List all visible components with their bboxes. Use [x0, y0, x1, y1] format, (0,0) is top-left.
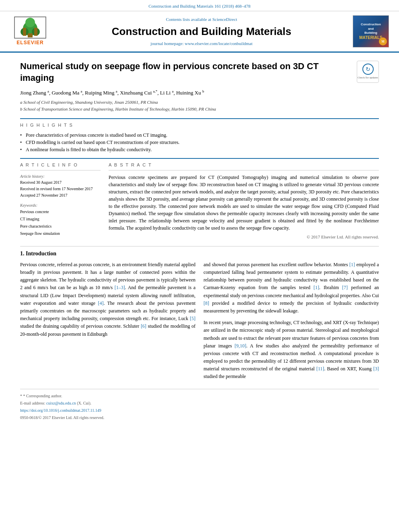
article-history: Article history: Received 30 August 2017…	[20, 174, 101, 199]
corresponding-label: * Corresponding author.	[23, 394, 62, 398]
svg-rect-6	[34, 28, 37, 36]
journal-homepage: journal homepage: www.elsevier.com/locat…	[150, 41, 252, 47]
intro-divider	[20, 246, 379, 246]
ref-8[interactable]: [8]	[204, 300, 209, 306]
journal-header: ELSEVIER Contents lists available at Sci…	[0, 11, 399, 53]
sciencedirect-link[interactable]: ScienceDirect	[212, 17, 237, 22]
issn-line: 0950-0618/© 2017 Elsevier Ltd. All right…	[20, 415, 379, 421]
email-note: E-mail address: cuixz@sdu.edu.cn (X. Cui…	[20, 401, 379, 406]
ref-5[interactable]: [5]	[190, 316, 195, 321]
elsevier-brand-label: ELSEVIER	[16, 39, 43, 46]
keyword-1: Pervious concrete	[20, 208, 101, 216]
highlight-item-2: CFD modelling is carried out based upon …	[20, 139, 379, 146]
corresponding-star: *	[20, 394, 23, 398]
ref-9-10[interactable]: [9,10]	[234, 343, 246, 349]
top-bar: Construction and Building Materials 161 …	[0, 0, 399, 11]
intro-text-col2: and showed that porous pavement has exce…	[204, 261, 379, 315]
keyword-4: Seepage flow simulation	[20, 230, 101, 237]
abstract-text: Pervious concrete specimens are prepared…	[109, 174, 379, 232]
affiliation-b: b School of Transportation Science and E…	[20, 106, 379, 113]
abstract-column: A B S T R A C T Pervious concrete specim…	[109, 162, 379, 240]
email-label: E-mail address:	[20, 401, 45, 405]
intro-text-col1: Pervious concrete, referred as porous co…	[20, 261, 195, 338]
highlights-list: Pore characteristics of pervious concret…	[20, 131, 379, 153]
journal-cover-area: Construction and Building MATERIALS M	[351, 15, 391, 47]
authors-line: Jiong Zhang a, Guodong Ma a, Ruiping Min…	[20, 89, 379, 97]
history-label: Article history:	[20, 174, 101, 179]
elsevier-tree-icon	[14, 16, 46, 39]
article-title-section: Numerical study on seepage flow in pervi…	[20, 61, 379, 84]
article-title: Numerical study on seepage flow in pervi…	[20, 61, 351, 84]
corresponding-author-note: * * Corresponding author.	[20, 393, 379, 399]
ref-7[interactable]: [7]	[342, 285, 348, 290]
check-updates-badge: ↻ Check for updates	[357, 61, 379, 83]
check-updates-label: Check for updates	[358, 76, 378, 80]
elsevier-logo: ELSEVIER	[14, 16, 46, 46]
intro-text-col2-para2: In recent years, image processing techno…	[204, 319, 379, 381]
article-footer: * * Corresponding author. E-mail address…	[20, 389, 379, 421]
journal-cover-image: Construction and Building MATERIALS M	[353, 15, 389, 47]
contents-available-line: Contents lists available at ScienceDirec…	[166, 16, 237, 23]
affiliation-a: a School of Civil Engineering, Shandong …	[20, 99, 379, 106]
ref-4[interactable]: [4]	[98, 300, 103, 306]
homepage-url[interactable]: www.elsevier.com/locate/conbuildmat	[185, 41, 253, 46]
ref-1-ck[interactable]: [1]	[314, 285, 319, 290]
body-col-right: and showed that porous pavement has exce…	[204, 261, 379, 381]
article-info-column: A R T I C L E I N F O Article history: R…	[20, 162, 101, 240]
homepage-label: journal homepage:	[150, 41, 183, 46]
svg-rect-7	[28, 33, 33, 37]
main-content: Numerical study on seepage flow in pervi…	[0, 53, 399, 430]
journal-title: Construction and Building Materials	[112, 24, 291, 39]
ref-3-kuang[interactable]: [3]	[373, 366, 379, 372]
check-updates-icon: ↻	[362, 64, 374, 75]
email-address[interactable]: cuixz@sdu.edu.cn	[46, 401, 76, 405]
doi-line: https://doi.org/10.1016/j.conbuildmat.20…	[20, 408, 379, 413]
contents-label: Contents lists available at	[166, 17, 211, 22]
keywords-label: Keywords:	[20, 203, 101, 208]
body-two-column: Pervious concrete, referred as porous co…	[20, 261, 379, 381]
abstract-header: A B S T R A C T	[109, 162, 379, 170]
highlight-item-1: Pore characteristics of pervious concret…	[20, 131, 379, 139]
email-person: (X. Cui).	[77, 401, 91, 405]
affiliations: a School of Civil Engineering, Shandong …	[20, 99, 379, 112]
received-revised: Received in revised form 17 November 201…	[20, 186, 101, 192]
highlight-item-3: A nonlinear formula is fitted to obtain …	[20, 146, 379, 153]
keyword-3: Pore characteristics	[20, 223, 101, 230]
keywords-section: Keywords: Pervious concrete CT imaging P…	[20, 203, 101, 237]
article-info-header: A R T I C L E I N F O	[20, 162, 101, 170]
cover-title-text: Construction and Building MATERIALS	[359, 23, 383, 40]
svg-point-4	[25, 18, 35, 27]
page: Construction and Building Materials 161 …	[0, 0, 399, 532]
journal-citation: Construction and Building Materials 161 …	[148, 4, 251, 8]
copyright-line: © 2017 Elsevier Ltd. All rights reserved…	[109, 234, 379, 240]
received-original: Received 30 August 2017	[20, 179, 101, 186]
highlights-header: H I G H L I G H T S	[20, 122, 379, 128]
accepted-date: Accepted 27 November 2017	[20, 192, 101, 199]
body-col-left: Pervious concrete, referred as porous co…	[20, 261, 195, 381]
highlights-divider-top	[20, 118, 379, 119]
elsevier-logo-area: ELSEVIER	[8, 15, 52, 47]
cover-accent-badge: M	[379, 37, 387, 45]
svg-rect-5	[23, 28, 26, 36]
highlights-divider-bottom	[20, 158, 379, 159]
keywords-list: Pervious concrete CT imaging Pore charac…	[20, 208, 101, 237]
doi-link[interactable]: https://doi.org/10.1016/j.conbuildmat.20…	[20, 408, 101, 413]
ref-6[interactable]: [6]	[141, 323, 146, 329]
journal-header-center: Contents lists available at ScienceDirec…	[56, 15, 347, 47]
article-info-abstract-section: A R T I C L E I N F O Article history: R…	[20, 162, 379, 240]
introduction-title: 1. Introduction	[20, 250, 379, 258]
keyword-2: CT imaging	[20, 216, 101, 223]
issn-text: 0950-0618/© 2017 Elsevier Ltd. All right…	[20, 415, 104, 420]
ref-1-montes[interactable]: [1]	[350, 262, 355, 267]
ref-1-3[interactable]: [1–3]	[115, 285, 125, 290]
received-date: Received 30 August 2017 Received in revi…	[20, 179, 101, 199]
ref-11[interactable]: [11]	[316, 366, 324, 372]
